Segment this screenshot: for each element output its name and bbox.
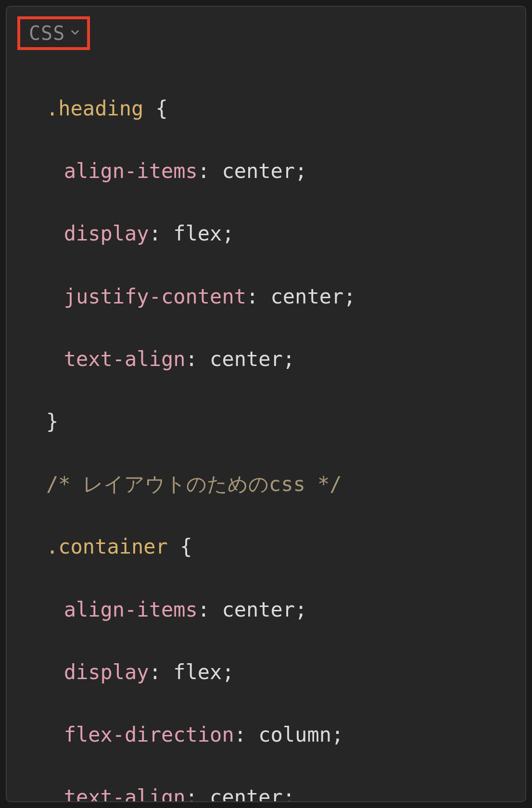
semicolon: ; bbox=[283, 785, 295, 802]
css-val: column bbox=[258, 723, 331, 746]
language-label: CSS bbox=[29, 22, 65, 44]
css-comment: /* レイアウトのためのcss */ bbox=[46, 472, 342, 496]
css-val: center bbox=[271, 285, 344, 308]
code-content[interactable]: .heading { align-items: center; display:… bbox=[17, 50, 515, 802]
css-prop: justify-content bbox=[64, 285, 246, 308]
brace-open: { bbox=[168, 535, 192, 558]
css-selector: .heading bbox=[46, 97, 143, 120]
code-editor-panel: CSS .heading { align-items: center; disp… bbox=[6, 6, 526, 802]
colon: : bbox=[186, 785, 210, 802]
css-val: center bbox=[222, 598, 295, 621]
colon: : bbox=[198, 598, 222, 621]
css-val: flex bbox=[173, 222, 222, 245]
css-prop: flex-direction bbox=[64, 723, 234, 746]
css-prop: align-items bbox=[64, 598, 198, 621]
colon: : bbox=[198, 159, 222, 183]
colon: : bbox=[246, 285, 271, 308]
css-val: center bbox=[222, 159, 295, 183]
colon: : bbox=[149, 222, 174, 245]
css-val: center bbox=[210, 785, 283, 802]
semicolon: ; bbox=[343, 285, 355, 308]
css-prop: align-items bbox=[64, 159, 198, 183]
semicolon: ; bbox=[283, 347, 295, 371]
semicolon: ; bbox=[222, 660, 234, 684]
colon: : bbox=[149, 660, 174, 684]
colon: : bbox=[186, 347, 210, 371]
css-selector: .container bbox=[46, 535, 168, 558]
semicolon: ; bbox=[222, 222, 234, 245]
css-prop: text-align bbox=[64, 347, 186, 371]
colon: : bbox=[234, 723, 259, 746]
css-prop: text-align bbox=[64, 785, 186, 802]
chevron-down-icon bbox=[70, 27, 80, 38]
brace-close: } bbox=[46, 410, 58, 433]
semicolon: ; bbox=[295, 598, 307, 621]
brace-open: { bbox=[143, 97, 168, 120]
css-prop: display bbox=[64, 660, 149, 684]
semicolon: ; bbox=[295, 159, 307, 183]
css-prop: display bbox=[64, 222, 149, 245]
semicolon: ; bbox=[331, 723, 343, 746]
css-val: center bbox=[210, 347, 283, 371]
language-dropdown[interactable]: CSS bbox=[17, 16, 90, 50]
css-val: flex bbox=[173, 660, 222, 684]
